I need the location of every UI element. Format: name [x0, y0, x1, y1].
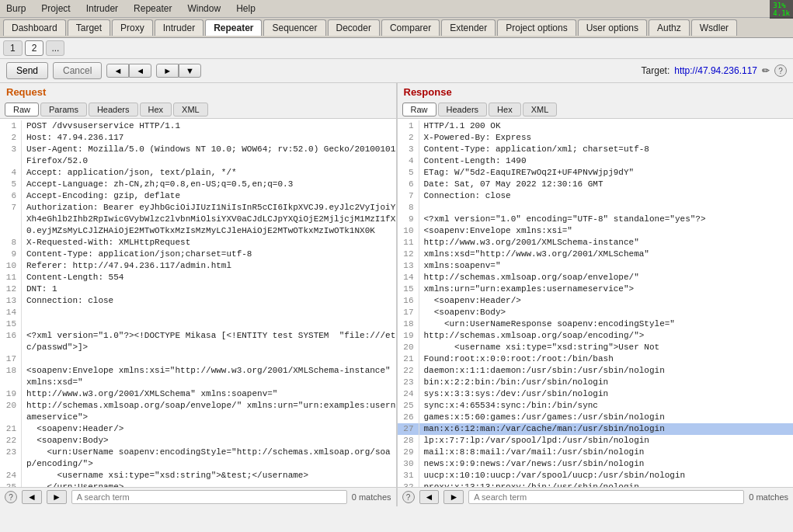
table-row: 14	[0, 307, 396, 318]
response-panel: Response Raw Headers Hex XML 1HTTP/1.1 2…	[398, 83, 794, 506]
table-row: 18 <urn:UserNameResponse soapenv:encodin…	[398, 318, 794, 330]
table-row: 4Accept: application/json, text/plain, *…	[0, 167, 396, 179]
table-row: 2X-Powered-By: Express	[398, 132, 794, 144]
request-header: Request	[0, 83, 396, 101]
tab-dashboard[interactable]: Dashboard	[3, 19, 66, 36]
table-row: 16 <soapenv:Header/>	[398, 295, 794, 307]
repeater-tab-more[interactable]: ...	[46, 40, 64, 56]
tab-comparer[interactable]: Comparer	[381, 19, 440, 36]
table-row: 11http://www.w3.org/2001/XMLSchema-insta…	[398, 237, 794, 249]
request-search-help[interactable]: ?	[5, 491, 17, 503]
menu-intruder[interactable]: Intruder	[83, 2, 121, 16]
nav-left2-button[interactable]: ◄	[129, 64, 151, 78]
table-row: 10<soapenv:Envelope xmlns:xsi="	[398, 225, 794, 237]
table-row: 8X-Requested-With: XMLHttpRequest	[0, 237, 396, 249]
menu-help[interactable]: Help	[233, 2, 259, 16]
response-search-input[interactable]	[468, 490, 744, 504]
response-tab-hex[interactable]: Hex	[489, 103, 521, 116]
target-info: Target: http://47.94.236.117 ✏ ?	[642, 64, 787, 77]
toolbar: Send Cancel ◄ ◄ ► ▼ Target: http://47.94…	[0, 59, 793, 83]
table-row: 8	[398, 202, 794, 214]
table-row: 22 <soapenv:Body>	[0, 435, 396, 447]
table-row: 22daemon:x:1:1:daemon:/usr/sbin:/usr/sbi…	[398, 365, 794, 377]
response-tab-xml[interactable]: XML	[523, 103, 558, 116]
table-row: 23bin:x:2:2:bin:/bin:/usr/sbin/nologin	[398, 377, 794, 388]
repeater-tab-1[interactable]: 1	[3, 40, 23, 56]
request-tab-xml[interactable]: XML	[173, 103, 208, 116]
help-icon[interactable]: ?	[774, 64, 787, 77]
response-search-next[interactable]: ►	[443, 490, 464, 504]
table-row: 25sync:x:4:65534:sync:/bin:/bin/sync	[398, 400, 794, 412]
request-tab-params[interactable]: Params	[40, 103, 87, 116]
request-search-input[interactable]	[71, 490, 347, 504]
request-matches: 0 matches	[352, 492, 391, 502]
table-row: 32proxy:x:13:13:proxy:/bin:/usr/sbin/nol…	[398, 482, 794, 487]
table-row: 1HTTP/1.1 200 OK	[398, 120, 794, 132]
table-row: 11Content-Length: 554	[0, 272, 396, 283]
repeater-tab-2[interactable]: 2	[25, 40, 44, 56]
table-row: 10Referer: http://47.94.236.117/admin.ht…	[0, 260, 396, 272]
cancel-button[interactable]: Cancel	[53, 62, 102, 79]
response-matches: 0 matches	[749, 492, 788, 502]
table-row: 28lp:x:7:7:lp:/var/spool/lpd:/usr/sbin/n…	[398, 435, 794, 447]
nav-group-right: ► ▼	[156, 64, 201, 78]
tab-intruder[interactable]: Intruder	[155, 19, 203, 36]
tab-decoder[interactable]: Decoder	[328, 19, 380, 36]
menu-repeater[interactable]: Repeater	[130, 2, 175, 16]
response-header: Response	[398, 83, 794, 101]
table-row: 23 <urn:UserName soapenv:encodingStyle="…	[0, 447, 396, 470]
table-row: 14http://schemas.xmlsoap.org/soap/envelo…	[398, 272, 794, 283]
send-button[interactable]: Send	[6, 62, 48, 79]
tab-wsdler[interactable]: Wsdler	[691, 19, 737, 36]
table-row: 20 <username xsi:type="xsd:string">User …	[398, 342, 794, 353]
main-content: Request Raw Params Headers Hex XML 1POST…	[0, 83, 793, 506]
table-row: 12xmlns:xsd="http://www.w3.org/2001/XMLS…	[398, 249, 794, 260]
menu-burp[interactable]: Burp	[3, 2, 29, 16]
nav-right2-button[interactable]: ▼	[179, 64, 201, 78]
nav-left-button[interactable]: ◄	[106, 64, 129, 78]
table-row: 5Accept-Language: zh-CN,zh;q=0.8,en-US;q…	[0, 179, 396, 190]
response-search-help[interactable]: ?	[402, 491, 415, 503]
edit-icon[interactable]: ✏	[762, 65, 770, 76]
table-row: 15	[0, 318, 396, 330]
target-label: Target:	[642, 65, 670, 76]
tab-target[interactable]: Target	[68, 19, 110, 36]
table-row: 20http://schemas.xmlsoap.org/soap/envelo…	[0, 400, 396, 423]
nav-right-button[interactable]: ►	[156, 64, 179, 78]
tab-project-options[interactable]: Project options	[497, 19, 576, 36]
table-row: 12DNT: 1	[0, 283, 396, 295]
tab-sequencer[interactable]: Sequencer	[263, 19, 325, 36]
request-tab-raw[interactable]: Raw	[5, 103, 39, 116]
table-row: 7Authorization: Bearer eyJhbGciOiJIUzI1N…	[0, 202, 396, 237]
table-row: 6Date: Sat, 07 May 2022 12:30:16 GMT	[398, 179, 794, 190]
menu-project[interactable]: Project	[38, 2, 73, 16]
table-row: 19http://schemas.xmlsoap.org/soap/encodi…	[398, 330, 794, 342]
table-row: 4Content-Length: 1490	[398, 155, 794, 167]
table-row: 7Connection: close	[398, 190, 794, 202]
menu-window[interactable]: Window	[184, 2, 224, 16]
request-code-area[interactable]: 1POST /dvvsuserservice HTTP/1.12Host: 47…	[0, 119, 396, 487]
tab-repeater[interactable]: Repeater	[205, 19, 262, 36]
request-search-next[interactable]: ►	[47, 490, 67, 504]
nav-group-left: ◄ ◄	[106, 64, 151, 78]
response-search-bar: ? ◄ ► 0 matches	[398, 487, 794, 506]
tab-user-options[interactable]: User options	[578, 19, 647, 36]
table-row: 17 <soapenv:Body>	[398, 307, 794, 318]
tab-authz[interactable]: Authz	[649, 19, 690, 36]
request-tab-hex[interactable]: Hex	[140, 103, 172, 116]
response-search-prev[interactable]: ◄	[419, 490, 440, 504]
request-search-prev[interactable]: ◄	[22, 490, 42, 504]
response-code-area[interactable]: 1HTTP/1.1 200 OK2X-Powered-By: Express3C…	[398, 119, 794, 487]
table-row: 30news:x:9:9:news:/var/news:/usr/sbin/no…	[398, 458, 794, 470]
tab-proxy[interactable]: Proxy	[112, 19, 153, 36]
target-url: http://47.94.236.117	[674, 65, 757, 76]
tab-extender[interactable]: Extender	[441, 19, 496, 36]
table-row: 27man:x:6:12:man:/var/cache/man:/usr/sbi…	[398, 423, 794, 435]
table-row: 24 <username xsi:type="xsd:string">&test…	[0, 470, 396, 482]
response-tab-raw[interactable]: Raw	[402, 103, 436, 116]
table-row: 31uucp:x:10:10:uucp:/var/spool/uucp:/usr…	[398, 470, 794, 482]
response-tab-headers[interactable]: Headers	[438, 103, 488, 116]
request-tab-headers[interactable]: Headers	[89, 103, 138, 116]
table-row: 21Found:root:x:0:0:root:/root:/bin/bash	[398, 353, 794, 365]
table-row: 5ETag: W/"5d2-EaquIRE7wOq2I+UF4PNvWjpj9d…	[398, 167, 794, 179]
